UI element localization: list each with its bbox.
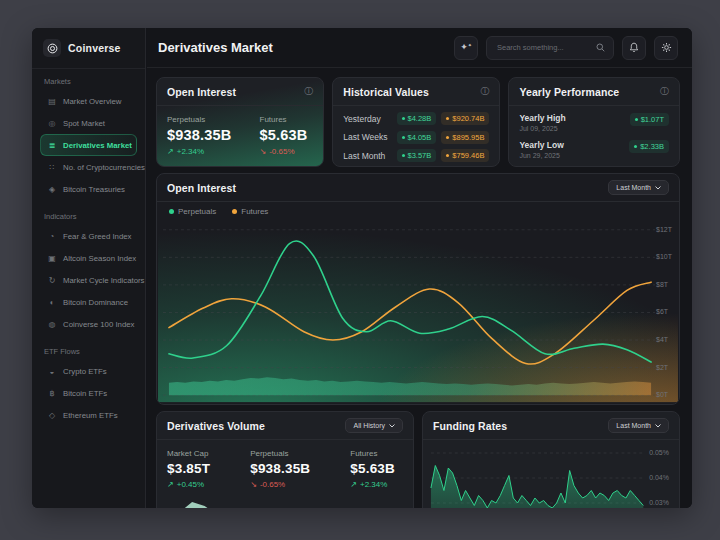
svg-text:$0T: $0T xyxy=(656,391,669,398)
green-dot-icon xyxy=(634,145,637,148)
info-icon[interactable]: ⓘ xyxy=(660,87,669,96)
sidebar-item-crypto-etfs[interactable]: ◒ Crypto ETFs xyxy=(40,360,137,382)
search-icon xyxy=(596,43,605,52)
row-label: Yearly High xyxy=(519,113,565,123)
metric-perpetuals: Perpetuals $938.35B ↗+2.34% xyxy=(167,115,232,156)
metric-label: Perpetuals xyxy=(167,115,232,124)
metric-label: Perpetuals xyxy=(250,449,310,458)
spot-market-icon: ◎ xyxy=(47,119,57,128)
coinverse-logo-icon xyxy=(43,39,61,57)
metric-perpetuals: Perpetuals $938.35B ↘-0.65% xyxy=(250,449,310,489)
metric-label: Futures xyxy=(350,449,395,458)
futures-value-badge: $920.74B xyxy=(441,112,489,125)
derivatives-volume-card: Derivatives Volume All History Market Ca… xyxy=(156,411,414,508)
brand-name: Coinverse xyxy=(68,42,121,54)
sidebar-section-markets: Markets xyxy=(44,77,133,86)
metric-value: $5.63B xyxy=(350,461,395,476)
sidebar-item-bitcoin-treasuries[interactable]: ◈ Bitcoin Treasuries xyxy=(40,178,137,200)
app-window: Coinverse Markets ▤ Market Overview ◎ Sp… xyxy=(32,28,692,508)
svg-text:$2T: $2T xyxy=(656,364,669,371)
historical-row: Last Weeks $4.05B $895.95B xyxy=(343,131,489,144)
sidebar-item-derivatives-market[interactable]: ≣ Derivatives Market xyxy=(40,134,137,156)
svg-text:0.04%: 0.04% xyxy=(649,474,669,481)
trend-up-icon: ↗ xyxy=(167,480,174,489)
settings-button[interactable] xyxy=(654,36,678,60)
yearly-high-row: Yearly High Jul 09, 2025 $1.07T xyxy=(519,113,669,132)
legend-dot-icon xyxy=(169,209,174,214)
legend-item-futures[interactable]: Futures xyxy=(232,207,268,216)
info-icon[interactable]: ⓘ xyxy=(480,87,489,96)
main-header: Derivatives Market ✦✦ xyxy=(147,28,692,68)
sidebar-item-label: No. of Cryptocurrencies xyxy=(63,163,145,172)
green-dot-icon xyxy=(402,117,405,120)
card-header: Derivatives Volume All History xyxy=(157,412,413,440)
orange-dot-icon xyxy=(446,154,449,157)
derivatives-volume-chart[interactable] xyxy=(167,498,405,508)
dropdown-label: All History xyxy=(353,422,385,429)
sidebar-item-altcoin-season-index[interactable]: ▣ Altcoin Season Index xyxy=(40,247,137,269)
historical-row: Yesterday $4.28B $920.74B xyxy=(343,112,489,125)
sidebar-item-market-cycle-indicators[interactable]: ↻ Market Cycle Indicators xyxy=(40,269,137,291)
sidebar-item-market-overview[interactable]: ▤ Market Overview xyxy=(40,90,137,112)
trend-up-icon: ↗ xyxy=(167,147,174,156)
info-icon[interactable]: ⓘ xyxy=(304,87,313,96)
metric-change: ↗+2.34% xyxy=(350,480,395,489)
content-area: Open Interest ⓘ Perpetuals $938.35B ↗+2.… xyxy=(156,69,680,508)
sidebar-item-label: Derivatives Market xyxy=(63,141,132,150)
svg-text:$8T: $8T xyxy=(656,281,669,288)
sidebar-item-bitcoin-dominance[interactable]: ◐ Bitcoin Dominance xyxy=(40,291,137,313)
card-header: Historical Values ⓘ xyxy=(333,78,499,106)
search-bar[interactable] xyxy=(486,36,614,60)
card-header: Open Interest ⓘ xyxy=(157,78,323,106)
svg-text:0.03%: 0.03% xyxy=(649,499,669,506)
main-area: Derivatives Market ✦✦ Open Interest xyxy=(147,28,692,508)
green-dot-icon xyxy=(635,118,638,121)
card-header: Yearly Performance ⓘ xyxy=(509,78,679,106)
volume-metrics: Market Cap $3.85T ↗+0.45% Perpetuals $93… xyxy=(157,440,413,489)
row-date: Jun 29, 2025 xyxy=(519,152,563,159)
yearly-low-row: Yearly Low Jun 29, 2025 $2.33B xyxy=(519,140,669,159)
open-interest-card: Open Interest ⓘ Perpetuals $938.35B ↗+2.… xyxy=(156,77,324,167)
sidebar-item-spot-market[interactable]: ◎ Spot Market xyxy=(40,112,137,134)
metric-value: $938.35B xyxy=(250,461,310,476)
fear-greed-icon: ◔ xyxy=(47,232,57,241)
cryptocurrencies-count-icon: ∷ xyxy=(47,163,57,172)
card-header: Funding Rates Last Month xyxy=(423,412,679,440)
sidebar-item-ethereum-etfs[interactable]: ◇ Ethereum ETFs xyxy=(40,404,137,426)
stat-cards-row: Open Interest ⓘ Perpetuals $938.35B ↗+2.… xyxy=(156,77,680,167)
sidebar-item-label: Spot Market xyxy=(63,119,105,128)
ai-assistant-button[interactable]: ✦✦ xyxy=(454,36,478,60)
legend-item-perpetuals[interactable]: Perpetuals xyxy=(169,207,216,216)
crypto-etfs-icon: ◒ xyxy=(47,367,57,376)
sidebar-item-fear-greed-index[interactable]: ◔ Fear & Greed Index xyxy=(40,225,137,247)
funding-range-dropdown[interactable]: Last Month xyxy=(608,418,669,433)
sidebar-item-label: Ethereum ETFs xyxy=(63,411,118,420)
gear-icon xyxy=(661,42,672,53)
perpetuals-value-badge: $4.28B xyxy=(397,112,437,125)
sidebar-item-label: Bitcoin Treasuries xyxy=(63,185,125,194)
sidebar-item-coinverse-100-index[interactable]: ◍ Coinverse 100 Index xyxy=(40,313,137,335)
sidebar-item-label: Fear & Greed Index xyxy=(63,232,131,241)
sidebar-item-label: Crypto ETFs xyxy=(63,367,107,376)
brand-header: Coinverse xyxy=(32,28,145,69)
search-input[interactable] xyxy=(495,42,590,53)
metric-value: $3.85T xyxy=(167,461,210,476)
row-date: Jul 09, 2025 xyxy=(519,125,565,132)
oi-range-dropdown[interactable]: Last Month xyxy=(608,180,669,195)
sidebar-item-bitcoin-etfs[interactable]: ฿ Bitcoin ETFs xyxy=(40,382,137,404)
chevron-down-icon xyxy=(389,424,395,428)
perpetuals-value-badge: $4.05B xyxy=(397,131,437,144)
trend-down-icon: ↘ xyxy=(250,480,257,489)
dropdown-label: Last Month xyxy=(616,422,651,429)
trend-up-icon: ↗ xyxy=(350,480,357,489)
futures-value-badge: $759.46B xyxy=(441,149,489,162)
metric-market-cap: Market Cap $3.85T ↗+0.45% xyxy=(167,449,210,489)
volume-range-dropdown[interactable]: All History xyxy=(345,418,403,433)
market-cycle-icon: ↻ xyxy=(47,276,57,285)
yearly-performance-card: Yearly Performance ⓘ Yearly High Jul 09,… xyxy=(508,77,680,167)
notifications-button[interactable] xyxy=(622,36,646,60)
sidebar-item-no-of-cryptocurrencies[interactable]: ∷ No. of Cryptocurrencies xyxy=(40,156,137,178)
svg-text:$12T: $12T xyxy=(656,226,673,233)
market-overview-icon: ▤ xyxy=(47,97,57,106)
svg-text:$4T: $4T xyxy=(656,336,669,343)
